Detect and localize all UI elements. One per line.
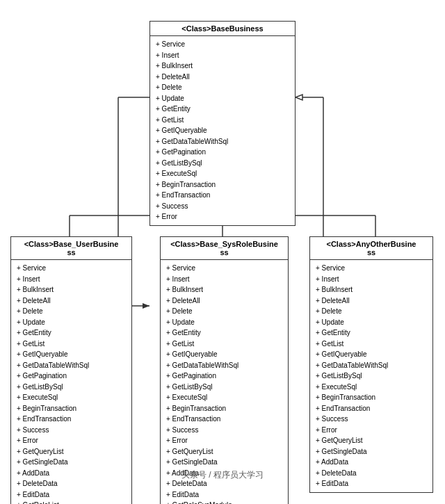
base-sysrole-business-title: <Class>Base_SysRoleBusiness — [161, 237, 288, 260]
method-line: + GetSingleData — [316, 446, 427, 457]
method-line: + ExecuteSql — [166, 392, 282, 403]
method-line: + Error — [316, 425, 427, 436]
method-line: + GetIQueryable — [156, 125, 289, 136]
any-other-business-class: <Class>AnyOtherBusiness + Service + Inse… — [309, 236, 433, 493]
method-line: + GetPagination — [166, 371, 282, 382]
method-line: + Service — [316, 263, 427, 274]
any-other-business-methods: + Service + Insert + BulkInsert + Delete… — [310, 260, 432, 492]
method-line: + GetListBySql — [156, 158, 289, 169]
method-line: + Success — [316, 414, 427, 425]
method-line: + GetIQueryable — [166, 349, 282, 360]
method-line: + GetEntity — [17, 327, 126, 339]
method-line: + EditData — [17, 489, 126, 501]
method-line: + Service — [17, 263, 126, 274]
method-line: + GetQueryList — [17, 446, 126, 457]
method-line: + Service — [156, 39, 289, 50]
method-line: + EditData — [166, 489, 282, 501]
method-line: + DeleteAll — [166, 295, 282, 307]
method-line: + DeleteAll — [156, 72, 289, 83]
method-line: + Delete — [166, 306, 282, 317]
svg-marker-12 — [296, 95, 302, 100]
method-line: + GetPagination — [156, 147, 289, 158]
method-line: + GetQueryList — [166, 446, 282, 457]
base-user-business-class: <Class>Base_UserBusiness + Service + Ins… — [10, 236, 132, 504]
base-business-class: <Class>BaseBusiness + Service + Insert +… — [149, 21, 296, 226]
base-user-business-title: <Class>Base_UserBusiness — [11, 237, 131, 260]
base-business-title: <Class>BaseBusiness — [150, 22, 295, 36]
method-line: + GetList — [156, 115, 289, 126]
method-line: + ExecuteSql — [17, 392, 126, 403]
method-line: + Insert — [166, 274, 282, 285]
method-line: + GetEntity — [166, 327, 282, 339]
method-line: + BeginTransaction — [316, 392, 427, 403]
method-line: + Update — [17, 317, 126, 328]
footer-text: 头条号 / 程序员大学习 — [181, 470, 264, 480]
method-line: + BeginTransaction — [156, 179, 289, 190]
method-line: + Success — [166, 425, 282, 436]
method-line: + GetListBySql — [316, 371, 427, 382]
method-line: + GetDataTableWithSql — [166, 360, 282, 371]
base-sysrole-business-methods: + Service + Insert + BulkInsert + Delete… — [161, 260, 288, 504]
method-line: + Insert — [156, 50, 289, 61]
method-line: + EndTransaction — [17, 414, 126, 425]
method-line: + BeginTransaction — [166, 403, 282, 414]
method-line: + Delete — [316, 306, 427, 317]
method-line: + Update — [166, 317, 282, 328]
method-line: + Insert — [316, 274, 427, 285]
method-line: + GetEntity — [156, 104, 289, 115]
base-business-methods: + Service + Insert + BulkInsert + Delete… — [150, 36, 295, 225]
method-line: + GetPagination — [17, 371, 126, 382]
method-line: + Insert — [17, 274, 126, 285]
method-line: + Error — [156, 211, 289, 222]
method-line: + GetSingleData — [166, 457, 282, 468]
method-line: + GetListBySql — [17, 382, 126, 393]
base-sysrole-business-class: <Class>Base_SysRoleBusiness + Service + … — [160, 236, 289, 504]
method-line: + Service — [166, 263, 282, 274]
method-line: + Success — [156, 201, 289, 212]
method-line: + EndTransaction — [316, 403, 427, 414]
method-line: + GetList — [316, 339, 427, 350]
method-line: + GetList — [17, 339, 126, 350]
method-line: + BulkInsert — [156, 60, 289, 72]
method-line: + Success — [17, 425, 126, 436]
method-line: + GetListBySql — [166, 382, 282, 393]
method-line: + DeleteAll — [17, 295, 126, 307]
method-line: + Error — [17, 435, 126, 446]
method-line: + GetRoleList — [17, 500, 126, 504]
method-line: + EndTransaction — [166, 414, 282, 425]
base-user-business-methods: + Service + Insert + BulkInsert + Delete… — [11, 260, 131, 504]
method-line: + Update — [156, 93, 289, 104]
method-line: + BeginTransaction — [17, 403, 126, 414]
method-line: + BulkInsert — [17, 284, 126, 295]
method-line: + GetDataTableWithSql — [156, 136, 289, 147]
method-line: + Delete — [17, 306, 126, 317]
method-line: + GetDataTableWithSql — [316, 360, 427, 371]
method-line: + Update — [316, 317, 427, 328]
method-line: + Error — [166, 435, 282, 446]
any-other-business-title: <Class>AnyOtherBusiness — [310, 237, 432, 260]
method-line: + GetEntity — [316, 327, 427, 339]
method-line: + GetSingleData — [17, 457, 126, 468]
diagram-container: <Class>BaseBusiness + Service + Insert +… — [0, 0, 445, 487]
method-line: + GetRoleSysModule — [166, 500, 282, 504]
method-line: + ExecuteSql — [316, 382, 427, 393]
method-line: + GetDataTableWithSql — [17, 360, 126, 371]
method-line: + GetList — [166, 339, 282, 350]
method-line: + AddData — [316, 457, 427, 468]
method-line: + GetIQueryable — [316, 349, 427, 360]
method-line: + EndTransaction — [156, 190, 289, 201]
method-line: + DeleteAll — [316, 295, 427, 307]
svg-marker-9 — [143, 303, 149, 309]
method-line: + Delete — [156, 82, 289, 93]
method-line: + BulkInsert — [166, 284, 282, 295]
footer: 头条号 / 程序员大学习 — [0, 469, 445, 481]
method-line: + ExecuteSql — [156, 168, 289, 179]
method-line: + BulkInsert — [316, 284, 427, 295]
method-line: + GetQueryList — [316, 435, 427, 446]
method-line: + GetIQueryable — [17, 349, 126, 360]
